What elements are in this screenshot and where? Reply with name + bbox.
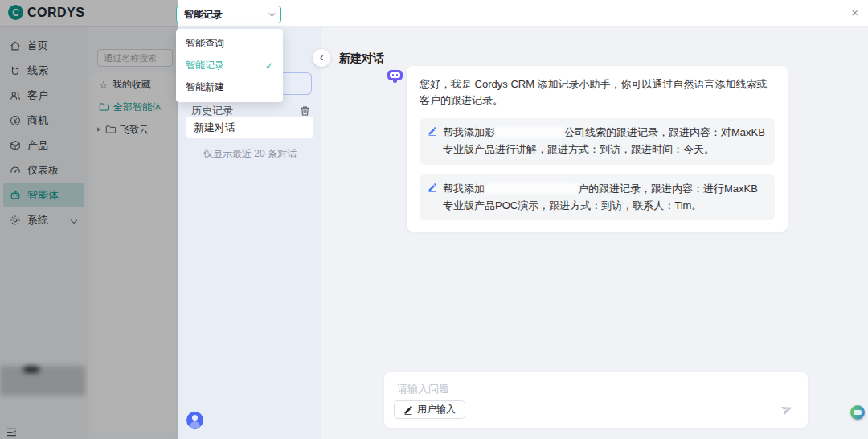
screen: C CORDYS 首页 线索 客户 商机 [0,0,868,439]
suggestion-item-2[interactable]: 帮我添加户的跟进记录，跟进内容：进行MaxKB专业版产品POC演示，跟进方式：到… [420,174,775,221]
agent-type-select[interactable]: 智能记录 [176,6,281,23]
chat-header-title: 新建对话 [339,51,384,66]
trash-icon[interactable] [300,105,310,117]
welcome-message: 您好，我是 Cordys CRM 添加记录小助手，你可以通过自然语言添加线索或客… [420,76,775,109]
agent-type-select-value: 智能记录 [184,8,223,22]
dialog-topbar: × [178,0,868,27]
message-input-placeholder[interactable]: 请输入问题 [397,382,449,396]
history-limit-note: 仅显示最近 20 条对话 [178,147,321,161]
history-conversation-item[interactable]: 新建对话 [186,117,313,138]
redacted-company-name [495,127,564,137]
assistant-welcome-card: 您好，我是 Cordys CRM 添加记录小助手，你可以通过自然语言添加线索或客… [407,66,788,232]
chevron-down-icon [268,10,275,16]
pencil-icon [403,405,413,415]
user-avatar[interactable] [186,412,203,429]
menu-item-smart-record[interactable]: 智能记录 ✓ [176,55,283,76]
send-icon[interactable] [780,403,794,416]
message-input-card[interactable]: 请输入问题 用户输入 [384,372,808,428]
close-icon[interactable]: × [851,5,858,21]
pencil-icon [428,183,437,192]
check-icon: ✓ [265,60,273,72]
user-input-button-label: 用户输入 [417,403,456,416]
user-input-button[interactable]: 用户输入 [394,400,465,419]
menu-item-smart-create[interactable]: 智能新建 [176,76,283,98]
suggestion-text: 帮我添加户的跟进记录，跟进内容：进行MaxKB专业版产品POC演示，跟进方式：到… [443,181,767,215]
modal-dim-overlay [0,0,178,439]
collapse-history-button[interactable]: ‹ [313,49,330,67]
chat-area: ‹ 新建对话 您好，我是 Cordys CRM 添加记录小助手，你可以通过自然语… [321,27,868,439]
redacted-customer-name [485,183,578,194]
pencil-icon [428,126,437,136]
assistant-robot-avatar [387,68,403,83]
suggestion-item-1[interactable]: 帮我添加影公司线索的跟进记录，跟进内容：对MaxKB专业版产品进行讲解，跟进方式… [420,118,775,165]
agent-type-menu: 智能查询 智能记录 ✓ 智能新建 [176,29,283,102]
suggestion-text: 帮我添加影公司线索的跟进记录，跟进内容：对MaxKB专业版产品进行讲解，跟进方式… [443,125,767,158]
menu-item-smart-query[interactable]: 智能查询 [176,33,283,55]
maxkb-assistant-float-icon[interactable] [850,405,865,420]
